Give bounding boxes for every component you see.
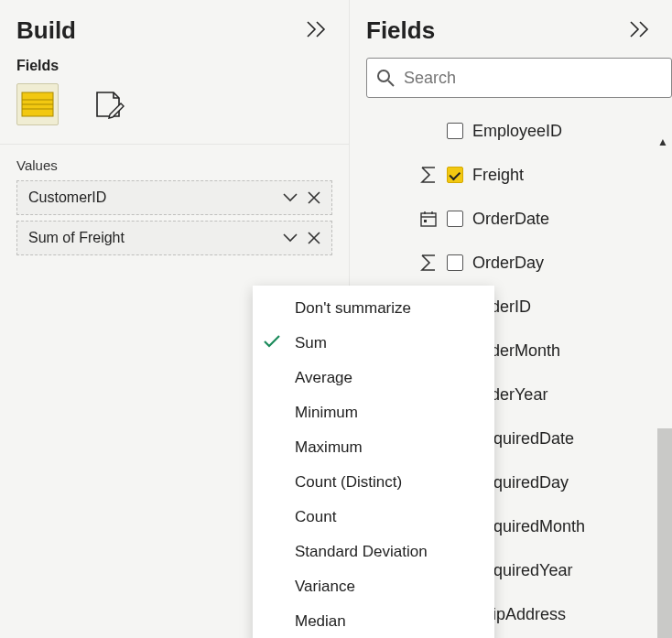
chevron-down-icon [283,193,298,202]
context-menu-item-label: Count [295,508,336,526]
value-pill[interactable]: Sum of Freight [16,221,332,255]
close-icon [308,191,320,204]
context-menu-item[interactable]: Median [253,604,494,638]
close-icon [308,232,320,244]
field-label: OrderDate [472,210,549,229]
context-menu-item[interactable]: Maximum [253,430,494,465]
svg-point-4 [378,70,389,81]
context-menu-item[interactable]: Sum [253,326,494,361]
values-label: Values [0,154,349,180]
visual-tools-row [0,80,349,138]
fields-subheader: Fields [0,52,349,80]
scrollbar-thumb[interactable] [657,428,672,638]
field-label: Freight [472,166,524,185]
svg-line-5 [388,81,394,86]
search-input-wrap[interactable] [366,58,672,98]
field-row[interactable]: EmployeeID [350,109,672,153]
context-menu-item[interactable]: Don't summarize [253,291,494,326]
value-pill[interactable]: CustomerID [16,180,332,215]
context-menu-item[interactable]: Standard Deviation [253,535,494,569]
table-icon [22,92,53,116]
calendar-icon [419,211,438,227]
scroll-up-caret[interactable]: ▲ [657,135,668,148]
fields-title: Fields [366,16,435,45]
value-pill-dropdown[interactable] [278,226,302,250]
sigma-icon [419,254,438,271]
values-well: CustomerID Sum of Freight [0,180,349,261]
chevron-down-icon [283,233,298,243]
checkmark-icon [264,334,280,352]
sigma-icon [419,167,438,183]
context-menu-item-label: Minimum [295,404,358,422]
value-pill-dropdown[interactable] [278,186,302,210]
field-checkbox[interactable] [447,211,463,227]
field-row[interactable]: OrderDate [350,197,672,241]
field-checkbox[interactable] [447,123,463,139]
value-pill-remove[interactable] [302,226,326,250]
field-checkbox[interactable] [447,254,463,271]
field-checkbox[interactable] [447,167,463,183]
context-menu-item-label: Variance [295,578,355,596]
context-menu-item[interactable]: Average [253,361,494,395]
table-visual-tool[interactable] [16,83,59,125]
field-label: OrderDay [472,254,544,273]
collapse-build-button[interactable] [303,17,331,45]
document-pencil-icon [93,91,125,118]
edit-visual-tool[interactable] [88,83,130,125]
field-row[interactable]: OrderDay [350,241,672,285]
context-menu-item-label: Average [295,369,352,387]
value-pill-label: Sum of Freight [28,230,278,246]
context-menu-item-label: Don't summarize [295,299,411,318]
svg-rect-6 [421,213,436,226]
context-menu-item-label: Count (Distinct) [295,473,402,492]
divider [0,144,349,145]
build-title: Build [16,16,76,45]
context-menu-item[interactable]: Minimum [253,395,494,430]
context-menu-item[interactable]: Count (Distinct) [253,465,494,500]
collapse-fields-button[interactable] [626,17,654,45]
context-menu-item[interactable]: Count [253,500,494,535]
search-icon [367,69,404,87]
value-pill-label: CustomerID [28,189,278,206]
field-label: EmployeeID [472,122,562,141]
search-input[interactable] [404,69,671,88]
context-menu-item-label: Standard Deviation [295,543,428,561]
value-pill-remove[interactable] [302,186,326,210]
context-menu-item-label: Sum [295,334,327,352]
context-menu-item-label: Maximum [295,438,363,457]
aggregation-context-menu: Don't summarizeSumAverageMinimumMaximumC… [253,286,494,638]
context-menu-item-label: Median [295,612,346,631]
context-menu-item[interactable]: Variance [253,569,494,604]
svg-rect-10 [424,220,427,222]
field-row[interactable]: Freight [350,153,672,197]
